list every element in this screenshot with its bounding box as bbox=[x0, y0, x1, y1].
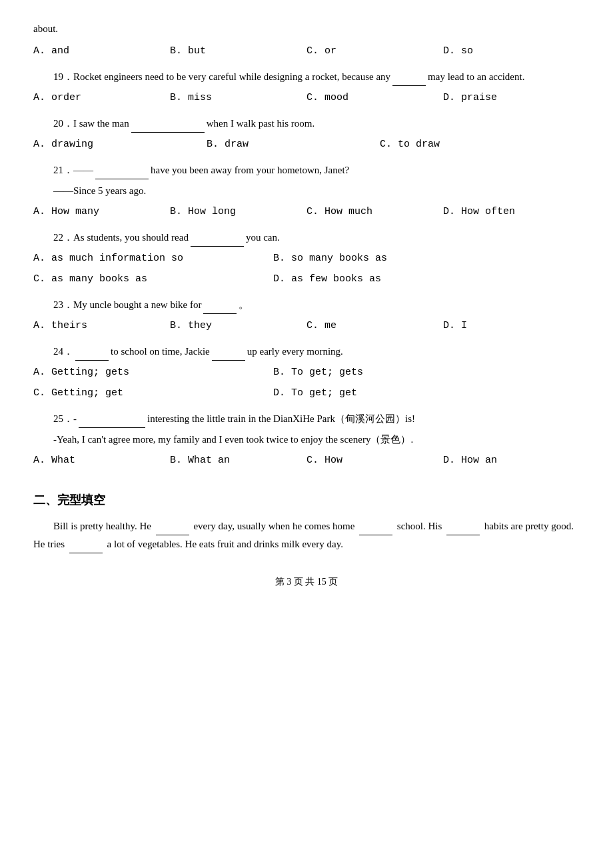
q21-optD: D. How often bbox=[443, 203, 580, 221]
q19-optA: A. order bbox=[33, 89, 170, 107]
q19-optC: C. mood bbox=[306, 89, 443, 107]
q19-text: 19．Rocket engineers need to be very care… bbox=[33, 68, 580, 86]
q22-optA: A. as much information so bbox=[33, 249, 273, 267]
q22-options-row1: A. as much information so B. so many boo… bbox=[33, 249, 580, 267]
q21-optB: B. How long bbox=[170, 203, 306, 221]
q25-optB: B. What an bbox=[170, 451, 306, 469]
q22-options-row2: C. as many books as D. as few books as bbox=[33, 270, 580, 288]
q21-optA: A. How many bbox=[33, 203, 170, 221]
q19-optB: B. miss bbox=[170, 89, 306, 107]
q21-optC: C. How much bbox=[306, 203, 443, 221]
intro-text: about. bbox=[33, 20, 580, 38]
section2-text: Bill is pretty healthy. He every day, us… bbox=[33, 517, 580, 553]
q24-optC: C. Getting; get bbox=[33, 384, 273, 402]
q23-optA: A. theirs bbox=[33, 317, 170, 335]
option-C-intro: C. or bbox=[306, 42, 443, 60]
q22-optC: C. as many books as bbox=[33, 270, 273, 288]
option-A-intro: A. and bbox=[33, 42, 170, 60]
q22-text: 22．As students, you should readyou can. bbox=[33, 229, 580, 247]
q23-optB: B. they bbox=[170, 317, 306, 335]
option-B-intro: B. but bbox=[170, 42, 306, 60]
q25-optA: A. What bbox=[33, 451, 170, 469]
q25-optC: C. How bbox=[306, 451, 443, 469]
q19-options: A. order B. miss C. mood D. praise bbox=[33, 89, 580, 107]
q20-optA: A. drawing bbox=[33, 135, 207, 153]
q20-optC: C. to draw bbox=[380, 135, 553, 153]
q25-reply: -Yeah, I can't agree more, my family and… bbox=[33, 431, 580, 449]
q24-text: 24．to school on time, Jackieup early eve… bbox=[33, 343, 580, 361]
q21-text: 21．——have you been away from your hometo… bbox=[33, 161, 580, 179]
q24-options-row1: A. Getting; gets B. To get; gets bbox=[33, 363, 580, 381]
section2-title: 二、完型填空 bbox=[33, 489, 580, 511]
q22-optB: B. so many books as bbox=[273, 249, 513, 267]
option-D-intro: D. so bbox=[443, 42, 580, 60]
q20-options: A. drawing B. draw C. to draw bbox=[33, 135, 580, 153]
q21-reply: ——Since 5 years ago. bbox=[33, 182, 580, 200]
page-footer: 第 3 页 共 15 页 bbox=[33, 573, 580, 590]
q23-options: A. theirs B. they C. me D. I bbox=[33, 317, 580, 335]
q24-optA: A. Getting; gets bbox=[33, 363, 273, 381]
q22-optD: D. as few books as bbox=[273, 270, 513, 288]
q23-optC: C. me bbox=[306, 317, 443, 335]
q24-options-row2: C. Getting; get D. To get; get bbox=[33, 384, 580, 402]
intro-options-row: A. and B. but C. or D. so bbox=[33, 42, 580, 60]
q25-optD: D. How an bbox=[443, 451, 580, 469]
q25-text: 25．-interesting the little train in the … bbox=[33, 410, 580, 428]
q20-optB: B. draw bbox=[207, 135, 380, 153]
q19-optD: D. praise bbox=[443, 89, 580, 107]
q23-text: 23．My uncle bought a new bike for。 bbox=[33, 296, 580, 314]
q24-optB: B. To get; gets bbox=[273, 363, 513, 381]
q25-options: A. What B. What an C. How D. How an bbox=[33, 451, 580, 469]
q20-text: 20．I saw the manwhen I walk past his roo… bbox=[33, 115, 580, 133]
q23-optD: D. I bbox=[443, 317, 580, 335]
q21-options: A. How many B. How long C. How much D. H… bbox=[33, 203, 580, 221]
q24-optD: D. To get; get bbox=[273, 384, 513, 402]
